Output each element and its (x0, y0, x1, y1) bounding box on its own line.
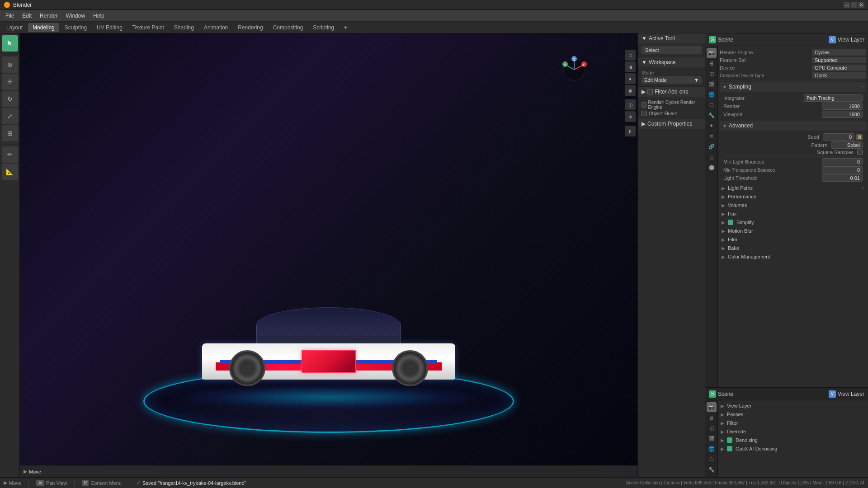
tool-select[interactable] (2, 35, 18, 52)
tab-layout[interactable]: Layout (2, 23, 27, 32)
axis-gizmo: X Y Z (561, 56, 588, 83)
vl-icon-view[interactable]: ◱ (707, 423, 717, 433)
color-management-header[interactable]: ▶ Color Management (720, 253, 866, 261)
tool-rotate[interactable]: ↻ (2, 91, 18, 107)
sampling-section-header[interactable]: ▼ Sampling ≡ (720, 82, 866, 92)
menu-help[interactable]: Help (90, 11, 108, 20)
viewport-shading-material[interactable]: ● (625, 73, 636, 84)
vl-icon-object[interactable]: ⬡ (707, 454, 717, 464)
light-paths-header[interactable]: ▶ Light Paths ≡ (720, 184, 866, 192)
vl-icon-world[interactable]: 🌐 (707, 444, 717, 454)
prop-icon-data[interactable]: △ (707, 152, 717, 162)
maximize-button[interactable]: □ (851, 2, 857, 8)
volumes-header[interactable]: ▶ Volumes (720, 201, 866, 209)
prop-icon-object[interactable]: ⬡ (707, 100, 717, 110)
viewport-3d-scene[interactable]: □ ◑ ● ◉ ◫ ⊕ ⏸ X (20, 33, 637, 477)
motion-blur-header[interactable]: ▶ Motion Blur (720, 227, 866, 235)
n-workspace-section: ▼ Workspace Mode Edit Mode ▼ (638, 57, 705, 87)
prop-icon-output[interactable]: 🖨 (707, 58, 717, 68)
tab-compositing[interactable]: Compositing (269, 23, 308, 32)
n-filter-addons-header[interactable]: ▶ Filter Add-ons (638, 87, 705, 97)
pattern-input[interactable] (831, 141, 863, 149)
tool-scale[interactable]: ⤢ (2, 108, 18, 124)
vl-icon-scene[interactable]: 🎬 (707, 433, 717, 443)
sampling-options-icon[interactable]: ≡ (861, 84, 863, 89)
hair-header[interactable]: ▶ Hair (720, 210, 866, 218)
n-addons-list: Render: Cycles Render Engine Object: Flu… (638, 97, 705, 119)
viewport-gizmo-toggle[interactable]: ⊕ (625, 111, 636, 122)
prop-icon-modifier[interactable]: 🔧 (707, 110, 717, 120)
prop-icon-constraints[interactable]: 🔗 (707, 141, 717, 151)
min-light-input[interactable] (822, 158, 863, 165)
seed-input[interactable] (823, 133, 854, 141)
close-button[interactable]: ✕ (858, 2, 864, 8)
viewport-shading-wire[interactable]: □ (625, 50, 636, 61)
menu-file[interactable]: File (2, 11, 18, 20)
object-fluent-checkbox[interactable] (642, 111, 647, 116)
viewport-shading-solid[interactable]: ◑ (625, 61, 636, 72)
prop-icon-world[interactable]: 🌐 (707, 89, 717, 99)
viewport[interactable]: Object Mode ▼ View Select Add Object ⊙ L… (20, 33, 637, 477)
menu-edit[interactable]: Edit (19, 11, 35, 20)
svg-text:X: X (582, 63, 585, 67)
tool-cursor[interactable]: ⊕ (2, 56, 18, 73)
tab-add[interactable]: + (340, 23, 352, 32)
simplify-enabled-dot (728, 220, 733, 225)
min-transparent-input[interactable] (822, 166, 863, 174)
vl-icon-modifier[interactable]: 🔧 (707, 465, 717, 474)
prop-icon-particles[interactable]: ✦ (707, 121, 717, 131)
vl-filter-header[interactable]: ▶ Filter (719, 419, 867, 427)
render-samples-input[interactable] (822, 103, 863, 110)
tab-uv-editing[interactable]: UV Editing (92, 23, 127, 32)
render-cycles-checkbox[interactable] (642, 102, 646, 108)
advanced-section-header[interactable]: ▼ Advanced (720, 121, 866, 131)
tab-modeling[interactable]: Modeling (28, 23, 59, 32)
tool-annotate[interactable]: ✏ (2, 146, 18, 163)
pause-render[interactable]: ⏸ (625, 126, 636, 136)
vl-icon-render[interactable]: 📷 (707, 402, 717, 412)
tool-transform[interactable]: ⊞ (2, 125, 18, 141)
n-workspace-header[interactable]: ▼ Workspace (638, 57, 705, 67)
integrator-input[interactable] (804, 94, 863, 102)
vl-scene-icon: S (709, 390, 716, 398)
minimize-button[interactable]: — (844, 2, 850, 8)
viewport-shading-render[interactable]: ◉ (625, 85, 636, 96)
tab-animation[interactable]: Animation (199, 23, 232, 32)
tab-shading[interactable]: Shading (170, 23, 198, 32)
edit-mode-dropdown[interactable]: Edit Mode ▼ (642, 76, 702, 84)
prop-icon-physics[interactable]: ≋ (707, 131, 717, 141)
viewport-overlays-toggle[interactable]: ◫ (625, 99, 636, 110)
seed-lock[interactable]: 🔒 (856, 134, 863, 140)
tool-measure[interactable]: 📐 (2, 164, 18, 180)
viewport-samples-row: Viewport (723, 111, 863, 118)
performance-header[interactable]: ▶ Performance (720, 192, 866, 201)
select-tool-btn[interactable]: Select (642, 46, 702, 54)
prop-icon-render[interactable]: 📷 (707, 48, 717, 58)
n-active-tool-header[interactable]: ▼ Active Tool (638, 33, 705, 43)
tab-texture-paint[interactable]: Texture Paint (128, 23, 169, 32)
view-layer-header: S Scene V View Layer (705, 388, 868, 400)
n-custom-props-header[interactable]: ▶ Custom Properties (638, 119, 705, 129)
vl-override-header[interactable]: ▶ Override (719, 427, 867, 436)
light-paths-options[interactable]: ≡ (862, 186, 864, 191)
square-samples-checkbox[interactable] (857, 150, 863, 155)
menu-window[interactable]: Window (62, 11, 89, 20)
menu-render[interactable]: Render (36, 11, 61, 20)
bake-header[interactable]: ▶ Bake (720, 244, 866, 252)
tab-scripting[interactable]: Scripting (308, 23, 339, 32)
tab-sculpting[interactable]: Sculpting (60, 23, 91, 32)
vl-optix-header[interactable]: ▶ OptiX AI Denoising (719, 445, 867, 453)
light-threshold-input[interactable] (822, 174, 863, 182)
vl-icon-output[interactable]: 🖨 (707, 413, 717, 422)
vl-passes-header[interactable]: ▶ Passes (719, 410, 867, 418)
viewport-samples-input[interactable] (822, 111, 863, 118)
tool-move[interactable]: ✛ (2, 74, 18, 90)
prop-icon-view-layer[interactable]: ◱ (707, 69, 717, 79)
vl-view-layer-sec-header[interactable]: ▶ View Layer (719, 402, 867, 410)
simplify-header[interactable]: ▶ Simplify (720, 218, 866, 226)
tab-rendering[interactable]: Rendering (233, 23, 267, 32)
prop-icon-material[interactable]: ⬤ (707, 162, 717, 172)
vl-denoising-header[interactable]: ▶ Denoising (719, 436, 867, 444)
prop-icon-scene[interactable]: 🎬 (707, 79, 717, 89)
film-header[interactable]: ▶ Film (720, 235, 866, 244)
